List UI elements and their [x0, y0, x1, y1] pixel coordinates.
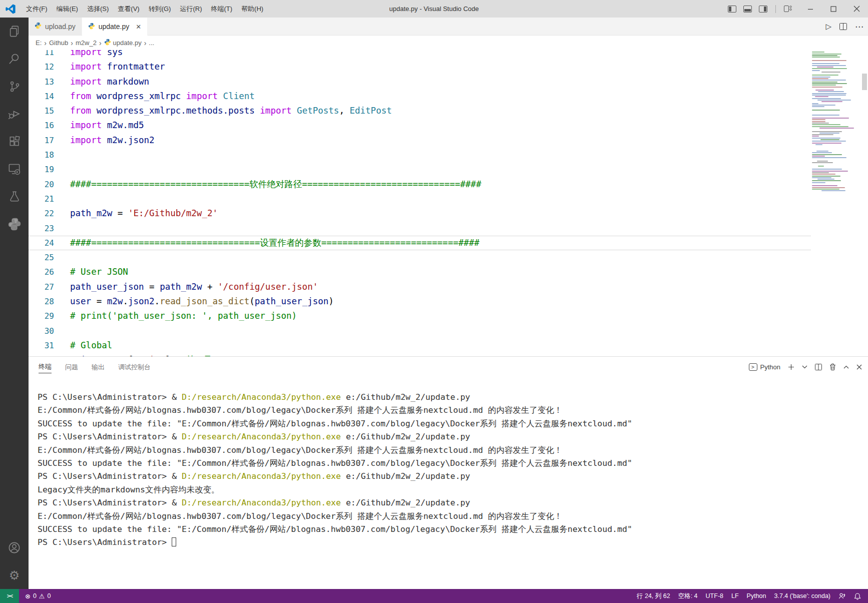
menu-item[interactable]: 终端(T)	[206, 3, 237, 16]
menu-item[interactable]: 查看(V)	[113, 3, 144, 16]
breadcrumb-item[interactable]: ...	[149, 39, 154, 47]
explorer-icon[interactable]	[0, 18, 29, 45]
close-window-button[interactable]	[845, 0, 868, 18]
editor-scrollbar[interactable]	[861, 50, 868, 356]
code-line[interactable]: 12import frontmatter	[29, 60, 811, 74]
panel-tab-调试控制台[interactable]: 调试控制台	[118, 361, 151, 373]
run-python-file-icon[interactable]: ▷	[825, 22, 831, 31]
code-line[interactable]: 20####==============================软件绝对…	[29, 177, 811, 192]
line-number: 16	[29, 118, 54, 133]
breadcrumb-separator: ›	[143, 39, 148, 47]
menu-item[interactable]: 帮助(H)	[237, 3, 268, 16]
menu-item[interactable]: 编辑(E)	[52, 3, 83, 16]
notifications-bell-icon[interactable]	[850, 592, 865, 600]
terminal-shell-selector[interactable]: > Python	[749, 363, 780, 371]
code-line[interactable]: 21	[29, 192, 811, 206]
vscode-logo-icon	[6, 4, 16, 14]
search-icon[interactable]	[0, 45, 29, 73]
line-number: 29	[29, 309, 54, 323]
line-number: 27	[29, 280, 54, 294]
toggle-secondary-sidebar-icon[interactable]	[759, 6, 767, 13]
titlebar-controls	[728, 0, 868, 18]
account-icon[interactable]	[0, 534, 29, 561]
more-actions-icon[interactable]: ⋯	[855, 22, 864, 32]
extensions-icon[interactable]	[0, 128, 29, 155]
panel-tab-输出[interactable]: 输出	[92, 361, 105, 373]
line-number: 21	[29, 192, 54, 206]
terminal-line: PS C:\Users\Administrator> & D:/research…	[38, 391, 868, 404]
scrollbar-thumb[interactable]	[862, 74, 867, 90]
tab-upload.py[interactable]: upload.py	[29, 18, 82, 35]
code-line[interactable]: 24####================================设置…	[29, 236, 811, 250]
breadcrumb-item[interactable]: Github	[49, 39, 68, 47]
maximize-button[interactable]	[822, 0, 845, 18]
cursor-position[interactable]: 行 24, 列 62	[633, 592, 674, 600]
code-line[interactable]: 18	[29, 148, 811, 162]
indentation[interactable]: 空格: 4	[674, 592, 702, 600]
eol-sequence[interactable]: LF	[727, 592, 743, 599]
code-line[interactable]: 30	[29, 324, 811, 338]
tab-bar: upload.pyupdate.py✕ ▷ ⋯	[29, 18, 868, 36]
code-line[interactable]: 16import m2w.md5	[29, 118, 811, 133]
tab-update.py[interactable]: update.py✕	[82, 18, 148, 36]
title-bar: 文件(F)编辑(E)选择(S)查看(V)转到(G)运行(R)终端(T)帮助(H)…	[0, 0, 868, 18]
menu-item[interactable]: 运行(R)	[175, 3, 206, 16]
menu-item[interactable]: 转到(G)	[144, 3, 176, 16]
close-panel-icon[interactable]	[856, 364, 862, 370]
breadcrumb-item[interactable]: update.py	[104, 39, 142, 47]
terminal-line: Legacy文件夹的markdowns文件内容均未改变。	[38, 483, 868, 496]
maximize-panel-icon[interactable]	[843, 365, 849, 369]
remote-indicator[interactable]: ><	[0, 589, 19, 603]
problems-status[interactable]: ⊗0 ⚠0	[21, 592, 55, 600]
toggle-panel-icon[interactable]	[743, 6, 752, 13]
settings-gear-icon[interactable]: ⚙	[0, 561, 29, 589]
panel-tab-终端[interactable]: 终端	[39, 360, 52, 373]
split-terminal-icon[interactable]	[815, 364, 822, 370]
code-line[interactable]: 17import m2w.json2	[29, 133, 811, 148]
toggle-sidebar-icon[interactable]	[728, 6, 736, 13]
feedback-icon[interactable]	[834, 592, 850, 599]
python-icon[interactable]	[0, 210, 29, 238]
code-line[interactable]: 32main = user['main'] # 总目录	[29, 353, 811, 356]
encoding[interactable]: UTF-8	[702, 592, 727, 599]
line-number: 26	[29, 265, 54, 279]
editor-actions: ▷ ⋯	[825, 18, 864, 36]
test-beaker-icon[interactable]	[0, 183, 29, 210]
terminal-dropdown-icon[interactable]	[802, 365, 807, 369]
run-debug-icon[interactable]	[0, 100, 29, 128]
code-editor[interactable]: 11import sys12import frontmatter13import…	[29, 50, 868, 356]
line-number: 20	[29, 177, 54, 192]
customize-layout-icon[interactable]	[784, 5, 792, 13]
new-terminal-icon[interactable]	[788, 364, 794, 370]
code-line[interactable]: 15from wordpress_xmlrpc.methods.posts im…	[29, 104, 811, 118]
code-line[interactable]: 11import sys	[29, 50, 811, 60]
python-interpreter[interactable]: 3.7.4 ('base': conda)	[770, 592, 834, 599]
terminal-output[interactable]: PS C:\Users\Administrator> & D:/research…	[29, 377, 868, 589]
code-line[interactable]: 23	[29, 221, 811, 236]
panel-tab-问题[interactable]: 问题	[65, 361, 78, 373]
breadcrumb: E:›Github›m2w_2›update.py›...	[29, 36, 868, 50]
close-tab-icon[interactable]: ✕	[136, 23, 141, 31]
code-line[interactable]: 27path_user_json = path_m2w + '/config/u…	[29, 280, 811, 294]
code-line[interactable]: 26# User JSON	[29, 265, 811, 279]
kill-terminal-trash-icon[interactable]	[829, 363, 836, 370]
source-control-icon[interactable]	[0, 73, 29, 100]
code-line[interactable]: 29# print('path_user_json: ', path_user_…	[29, 309, 811, 323]
code-line[interactable]: 22path_m2w = 'E:/Github/m2w_2'	[29, 206, 811, 221]
minimap[interactable]	[811, 50, 861, 196]
menu-item[interactable]: 选择(S)	[83, 3, 113, 16]
code-line[interactable]: 25	[29, 250, 811, 265]
code-line[interactable]: 28user = m2w.json2.read_json_as_dict(pat…	[29, 294, 811, 309]
language-mode[interactable]: Python	[743, 592, 770, 599]
split-editor-icon[interactable]	[839, 23, 847, 30]
breadcrumb-item[interactable]: m2w_2	[76, 39, 97, 47]
code-line[interactable]: 19	[29, 162, 811, 177]
remote-explorer-icon[interactable]	[0, 155, 29, 183]
code-line[interactable]: 14from wordpress_xmlrpc import Client	[29, 89, 811, 104]
code-line[interactable]: 31# Global	[29, 338, 811, 353]
code-line[interactable]: 13import markdown	[29, 75, 811, 89]
menu-item[interactable]: 文件(F)	[22, 3, 52, 16]
minimize-button[interactable]	[799, 0, 822, 18]
breadcrumb-item[interactable]: E:	[36, 39, 42, 47]
breadcrumb-separator: ›	[98, 39, 103, 47]
